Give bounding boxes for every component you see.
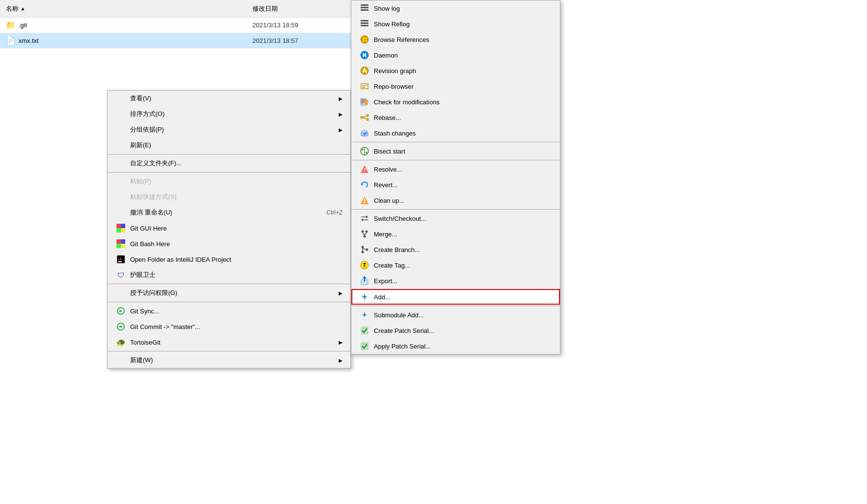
repo-browser-icon xyxy=(359,81,370,91)
merge-icon xyxy=(359,229,370,239)
svg-rect-7 xyxy=(121,244,125,248)
ctx-git-gui[interactable]: Git GUI Here xyxy=(108,220,350,236)
column-modified: 修改日期 xyxy=(252,4,350,13)
ctx-refresh[interactable]: 刷新(E) xyxy=(108,137,350,153)
resolve-icon: ! xyxy=(359,164,370,174)
ctx-browse-refs[interactable]: Browse References xyxy=(351,32,560,47)
svg-rect-28 xyxy=(362,84,367,88)
file-row-xmx[interactable]: 📄 xmx.txt 2021/3/13 18:57 xyxy=(0,33,356,49)
ctx-add[interactable]: + Add... xyxy=(351,289,560,305)
ctx-git-bash[interactable]: Git Bash Here xyxy=(108,236,350,252)
submenu-arrow-view: ▶ xyxy=(339,96,343,101)
browse-references-icon xyxy=(359,35,370,44)
bisect-icon xyxy=(359,146,370,156)
ctx-git-sync[interactable]: Git Sync... xyxy=(108,303,350,319)
svg-point-36 xyxy=(360,116,363,119)
svg-rect-15 xyxy=(361,9,368,11)
ctx-customize[interactable]: 自定义文件夹(F)... xyxy=(108,155,350,171)
ctx-show-log[interactable]: Show log xyxy=(351,0,560,16)
ctx-sort[interactable]: 排序方式(O) ▶ xyxy=(108,106,350,122)
ctx-create-branch[interactable]: Create Branch... xyxy=(351,242,560,257)
ctx-tortoisegit[interactable]: 🐢 TortoiseGit ▶ xyxy=(108,334,350,350)
ctx-view[interactable]: 查看(V) ▶ xyxy=(108,91,350,106)
ctx-switch[interactable]: Switch/Checkout... xyxy=(351,211,560,226)
ctx-rebase[interactable]: Rebase... xyxy=(351,110,560,125)
ctx-group[interactable]: 分组依据(P) ▶ xyxy=(108,122,350,137)
ctx-eye-guard[interactable]: 🛡 护眼卫士 xyxy=(108,267,350,283)
switch-icon xyxy=(359,213,370,223)
svg-point-55 xyxy=(364,235,366,238)
svg-rect-32 xyxy=(361,99,365,100)
export-icon xyxy=(359,276,370,286)
separator-1 xyxy=(108,154,350,155)
add-icon: + xyxy=(359,292,370,302)
submodule-add-icon: + xyxy=(359,310,370,319)
ctx-export[interactable]: Export... xyxy=(351,273,560,289)
column-name: 名称 ▲ xyxy=(6,4,252,13)
submenu-arrow-permissions: ▶ xyxy=(339,291,343,296)
svg-rect-14 xyxy=(361,7,368,8)
svg-line-56 xyxy=(363,233,365,235)
ctx-intellij[interactable]: IJ Open Folder as IntelliJ IDEA Project xyxy=(108,252,350,267)
ctx-create-patch[interactable]: Create Patch Serial... xyxy=(351,323,560,338)
ctx-permissions[interactable]: 授予访问权限(G) ▶ xyxy=(108,285,350,301)
ctx-merge[interactable]: Merge... xyxy=(351,226,560,242)
ctx-undo[interactable]: 撤消 重命名(U) Ctrl+Z xyxy=(108,205,350,220)
show-log-icon xyxy=(359,3,370,13)
ctx-new[interactable]: 新建(W) ▶ xyxy=(108,352,350,368)
context-menu-right: Show log Show Reflog Browse References xyxy=(351,0,560,354)
svg-rect-16 xyxy=(361,20,368,21)
svg-rect-66 xyxy=(361,327,368,334)
ctx-bisect[interactable]: Bisect start xyxy=(351,143,560,159)
ctx-repo-browser[interactable]: Repo-browser xyxy=(351,78,560,94)
cleanup-icon xyxy=(359,195,370,205)
ctx-paste-shortcut[interactable]: 粘贴快捷方式(S) xyxy=(108,189,350,205)
apply-patch-icon xyxy=(359,341,370,351)
file-row-git[interactable]: 📁 .git 2021/3/13 18:59 xyxy=(0,18,356,33)
create-branch-icon xyxy=(359,245,370,254)
svg-line-40 xyxy=(363,117,366,119)
svg-rect-13 xyxy=(361,4,368,6)
ctx-resolve[interactable]: ! Resolve... xyxy=(351,161,560,177)
ctx-revision-graph[interactable]: Revision graph xyxy=(351,63,560,78)
show-reflog-icon xyxy=(359,19,370,29)
svg-point-37 xyxy=(366,114,369,117)
file-name-git: .git xyxy=(19,21,252,29)
ctx-check-mods[interactable]: Check for modifications xyxy=(351,94,560,110)
create-tag-icon: T xyxy=(359,260,370,270)
col-name-label: 名称 xyxy=(6,4,19,13)
svg-text:T: T xyxy=(363,263,366,268)
svg-rect-9 xyxy=(118,261,122,262)
svg-point-45 xyxy=(362,149,364,151)
svg-text:!: ! xyxy=(364,168,366,173)
ctx-stash[interactable]: Stash changes xyxy=(351,125,560,141)
ctx-create-tag[interactable]: T Create Tag... xyxy=(351,257,560,273)
file-date-xmx: 2021/3/13 18:57 xyxy=(252,37,350,44)
ctx-apply-patch[interactable]: Apply Patch Serial... xyxy=(351,338,560,354)
svg-rect-4 xyxy=(116,239,121,244)
file-txt-icon: 📄 xyxy=(6,36,16,45)
svg-rect-3 xyxy=(121,228,125,233)
ctx-paste[interactable]: 粘贴(P) xyxy=(108,174,350,189)
svg-point-53 xyxy=(362,231,364,233)
svg-rect-67 xyxy=(361,342,368,350)
ctx-revert[interactable]: Revert... xyxy=(351,177,560,193)
ctx-cleanup[interactable]: Clean up... xyxy=(351,193,560,208)
rebase-icon xyxy=(359,113,370,122)
file-date-git: 2021/3/13 18:59 xyxy=(252,21,350,29)
create-patch-icon xyxy=(359,326,370,335)
revert-icon xyxy=(359,180,370,190)
svg-line-57 xyxy=(365,233,366,235)
separator-r4 xyxy=(351,306,560,306)
sort-arrow-icon: ▲ xyxy=(20,6,25,11)
separator-3 xyxy=(108,284,350,284)
svg-point-38 xyxy=(366,118,369,121)
svg-point-59 xyxy=(362,251,364,253)
git-gui-icon xyxy=(116,224,126,233)
git-sync-icon xyxy=(116,307,126,315)
submenu-arrow-new: ▶ xyxy=(339,358,343,363)
ctx-daemon[interactable]: Daemon xyxy=(351,47,560,63)
ctx-submodule-add[interactable]: + Submodule Add... xyxy=(351,307,560,323)
ctx-show-reflog[interactable]: Show Reflog xyxy=(351,16,560,32)
ctx-git-commit[interactable]: Git Commit -> "master"... xyxy=(108,319,350,334)
